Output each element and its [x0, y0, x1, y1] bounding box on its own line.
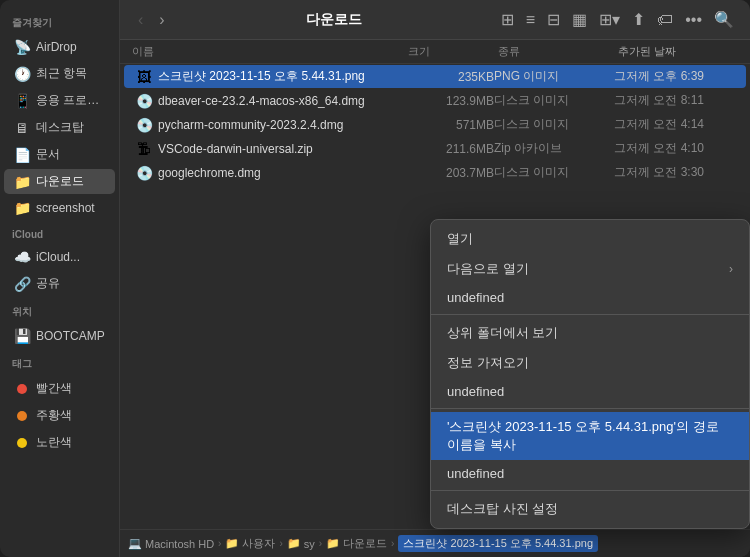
column-view-button[interactable]: ⊟: [543, 8, 564, 31]
file-icon: 🖼: [136, 69, 152, 85]
screenshot-icon: 📁: [14, 200, 30, 216]
sidebar-item-label: 공유: [36, 275, 60, 292]
file-icon: 💿: [136, 93, 152, 109]
forward-button[interactable]: ›: [153, 9, 170, 31]
context-menu-label: 데스크탑 사진 설정: [447, 500, 558, 518]
file-date: 그저께 오전 4:14: [614, 116, 734, 133]
sidebar-item-desktop[interactable]: 🖥 데스크탑: [4, 115, 115, 140]
file-row[interactable]: 💿 dbeaver-ce-23.2.4-macos-x86_64.dmg 123…: [124, 89, 746, 112]
col-header-size[interactable]: 크기: [408, 44, 498, 59]
file-name-cell: 🖼 스크린샷 2023-11-15 오후 5.44.31.png: [136, 68, 404, 85]
breadcrumb-item[interactable]: 📁사용자: [225, 536, 275, 551]
breadcrumb-icon: 📁: [225, 537, 239, 550]
file-row[interactable]: 🗜 VSCode-darwin-universal.zip 211.6MB Zi…: [124, 137, 746, 160]
breadcrumb-item[interactable]: 💻Macintosh HD: [128, 537, 214, 550]
back-button[interactable]: ‹: [132, 9, 149, 31]
sidebar-item-label: iCloud...: [36, 250, 80, 264]
file-icon: 🗜: [136, 141, 152, 157]
context-menu-item-undefined[interactable]: undefined: [431, 284, 749, 311]
context-menu-label: 다음으로 열기: [447, 260, 529, 278]
context-menu-item-show-in-folder[interactable]: 상위 폴더에서 보기: [431, 318, 749, 348]
icon-view-button[interactable]: ⊞: [497, 8, 518, 31]
breadcrumb-icon: 📁: [326, 537, 340, 550]
sidebar-item-label: 데스크탑: [36, 119, 84, 136]
file-row[interactable]: 💿 googlechrome.dmg 203.7MB 디스크 이미지 그저께 오…: [124, 161, 746, 184]
context-menu-item-desktop-picture[interactable]: 데스크탑 사진 설정: [431, 494, 749, 524]
context-menu-item-get-info[interactable]: 정보 가져오기: [431, 348, 749, 378]
shared-icon: 🔗: [14, 276, 30, 292]
bootcamp-icon: 💾: [14, 328, 30, 344]
sidebar-item-orange-tag[interactable]: 주황색: [4, 403, 115, 428]
search-button[interactable]: 🔍: [710, 8, 738, 31]
context-menu-item-open-with[interactable]: 다음으로 열기›: [431, 254, 749, 284]
file-size: 235KB: [404, 70, 494, 84]
icloud-label: iCloud: [0, 221, 119, 244]
breadcrumb-separator: ›: [391, 538, 394, 549]
tag-button[interactable]: 🏷: [653, 8, 677, 31]
col-header-date[interactable]: 추가된 날짜: [618, 44, 738, 59]
file-icon: 💿: [136, 117, 152, 133]
sidebar-item-icloud[interactable]: ☁️ iCloud...: [4, 245, 115, 269]
documents-icon: 📄: [14, 147, 30, 163]
breadcrumb-separator: ›: [218, 538, 221, 549]
more-button[interactable]: •••: [681, 8, 706, 31]
breadcrumb-separator: ›: [319, 538, 322, 549]
col-header-name[interactable]: 이름: [132, 44, 408, 59]
sidebar-item-label: 문서: [36, 146, 60, 163]
desktop-icon: 🖥: [14, 120, 30, 136]
recent-icon: 🕐: [14, 66, 30, 82]
breadcrumb-label: sy: [304, 538, 315, 550]
sidebar-item-red-tag[interactable]: 빨간색: [4, 376, 115, 401]
file-type: Zip 아카이브: [494, 140, 614, 157]
context-menu-label: 상위 폴더에서 보기: [447, 324, 558, 342]
col-header-type[interactable]: 종류: [498, 44, 618, 59]
sidebar-item-label: 빨간색: [36, 380, 72, 397]
list-view-button[interactable]: ≡: [522, 8, 539, 31]
sidebar-item-airdrop[interactable]: 📡 AirDrop: [4, 35, 115, 59]
group-button[interactable]: ⊞▾: [595, 8, 624, 31]
sidebar-item-screenshot[interactable]: 📁 screenshot: [4, 196, 115, 220]
file-date: 그저께 오전 8:11: [614, 92, 734, 109]
file-name-cell: 💿 pycharm-community-2023.2.4.dmg: [136, 117, 404, 133]
share-button[interactable]: ⬆: [628, 8, 649, 31]
sidebar-item-documents[interactable]: 📄 문서: [4, 142, 115, 167]
sidebar-item-label: 다운로드: [36, 173, 84, 190]
context-menu-item-open[interactable]: 열기: [431, 224, 749, 254]
sidebar-item-bootcamp[interactable]: 💾 BOOTCAMP: [4, 324, 115, 348]
context-menu-item-copy-path[interactable]: '스크린샷 2023-11-15 오후 5.44.31.png'의 경로 이름을…: [431, 412, 749, 460]
context-menu-separator: [431, 490, 749, 491]
sidebar-item-label: screenshot: [36, 201, 95, 215]
sidebar-item-label: AirDrop: [36, 40, 77, 54]
file-row[interactable]: 💿 pycharm-community-2023.2.4.dmg 571MB 디…: [124, 113, 746, 136]
breadcrumb-label: 다운로드: [343, 536, 387, 551]
breadcrumb-label: Macintosh HD: [145, 538, 214, 550]
context-menu-item-undefined[interactable]: undefined: [431, 378, 749, 405]
context-menu: 열기다음으로 열기›undefined상위 폴더에서 보기정보 가져오기unde…: [430, 219, 750, 529]
sidebar-item-downloads[interactable]: 📁 다운로드: [4, 169, 115, 194]
sidebar-item-recent[interactable]: 🕐 최근 항목: [4, 61, 115, 86]
breadcrumb-icon: 📁: [287, 537, 301, 550]
file-name: googlechrome.dmg: [158, 166, 261, 180]
sidebar-item-yellow-tag[interactable]: 노란색: [4, 430, 115, 455]
sidebar-item-apps[interactable]: 📱 응용 프로그램: [4, 88, 115, 113]
breadcrumb-item[interactable]: 📁다운로드: [326, 536, 387, 551]
sidebar-item-label: 노란색: [36, 434, 72, 451]
context-menu-label: undefined: [447, 290, 504, 305]
context-menu-label: '스크린샷 2023-11-15 오후 5.44.31.png'의 경로 이름을…: [447, 418, 733, 454]
context-menu-label: 열기: [447, 230, 473, 248]
file-size: 211.6MB: [404, 142, 494, 156]
breadcrumb-item[interactable]: 📁sy: [287, 537, 315, 550]
context-menu-item-undefined[interactable]: undefined: [431, 460, 749, 487]
file-type: 디스크 이미지: [494, 164, 614, 181]
file-row[interactable]: 🖼 스크린샷 2023-11-15 오후 5.44.31.png 235KB P…: [124, 65, 746, 88]
sidebar-item-shared[interactable]: 🔗 공유: [4, 271, 115, 296]
file-name-cell: 💿 googlechrome.dmg: [136, 165, 404, 181]
file-icon: 💿: [136, 165, 152, 181]
gallery-view-button[interactable]: ▦: [568, 8, 591, 31]
file-name: 스크린샷 2023-11-15 오후 5.44.31.png: [158, 68, 365, 85]
file-type: 디스크 이미지: [494, 92, 614, 109]
sidebar-item-label: 주황색: [36, 407, 72, 424]
file-size: 123.9MB: [404, 94, 494, 108]
breadcrumb-selected[interactable]: 스크린샷 2023-11-15 오후 5.44.31.png: [398, 535, 598, 552]
main-content: ‹ › 다운로드 ⊞ ≡ ⊟ ▦ ⊞▾ ⬆ 🏷 ••• 🔍 이름 크기 종류 추…: [120, 0, 750, 557]
